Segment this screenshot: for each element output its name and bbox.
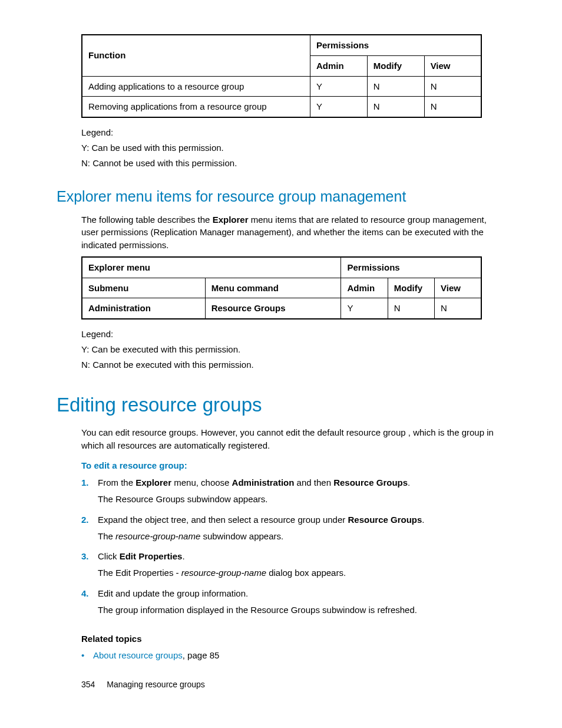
page: Function Permissions Admin Modify View A… xyxy=(0,0,562,728)
t2-admin-head: Admin xyxy=(347,283,375,293)
s1p0: From the xyxy=(98,477,135,487)
related-suffix: , page 85 xyxy=(183,650,220,660)
step-4: 4. Edit and update the group information… xyxy=(81,587,505,622)
s1p2: menu, choose xyxy=(171,477,232,487)
page-number: 354 xyxy=(81,680,95,689)
t2-view-head: View xyxy=(441,283,461,293)
t1-r1-v: N xyxy=(431,101,437,111)
related-link[interactable]: About resource groups xyxy=(93,650,183,660)
t2-legend-label: Legend: xyxy=(81,328,505,341)
t2-r-v: N xyxy=(441,303,447,313)
s2sb: resource-group-name xyxy=(115,531,200,541)
permissions-table-1: Function Permissions Admin Modify View A… xyxy=(81,34,482,118)
step-2-sub: The resource-group-name subwindow appear… xyxy=(98,530,505,543)
s1p4: and then xyxy=(294,477,333,487)
t2-sub-head: Submenu xyxy=(88,283,128,293)
t1-r1-m: N xyxy=(373,101,380,111)
t2-modify-head: Modify xyxy=(394,283,422,293)
step-4-num: 4. xyxy=(81,587,98,622)
t2-r-cmd: Resource Groups xyxy=(211,303,286,313)
section1-heading: Explorer menu items for resource group m… xyxy=(57,186,505,207)
section2-heading: Editing resource groups xyxy=(57,391,505,419)
section2-intro: You can edit resource groups. However, y… xyxy=(81,426,505,452)
t1-legend-label: Legend: xyxy=(81,126,505,139)
s1p5: Resource Groups xyxy=(333,477,408,487)
section1-para: The following table describes the Explor… xyxy=(81,213,505,252)
step-3-num: 3. xyxy=(81,550,98,585)
t1-modify-head: Modify xyxy=(373,61,402,71)
s3p2: . xyxy=(182,551,184,561)
related-topics-list: About resource groups, page 85 xyxy=(81,649,505,662)
t1-func-head: Function xyxy=(88,50,125,60)
t2-r-m: N xyxy=(394,303,401,313)
s1-pa: The following table describes the xyxy=(81,215,213,225)
step-1: 1. From the Explorer menu, choose Admini… xyxy=(81,476,505,512)
procedure-heading: To edit a resource group: xyxy=(81,459,505,472)
step-4-sub: The group information displayed in the R… xyxy=(98,604,505,617)
t1-legend-n: N: Cannot be used with this permission. xyxy=(81,157,505,170)
s2sa: The xyxy=(98,531,115,541)
t1-r0-fn: Adding applications to a resource group xyxy=(88,81,244,91)
s3sa: The Edit Properties - xyxy=(98,568,181,578)
t2-legend-n: N: Cannot be executed with this permissi… xyxy=(81,358,505,371)
t1-r0-a: Y xyxy=(316,81,322,91)
s2sc: subwindow appears. xyxy=(200,531,283,541)
table-row: Administration Resource Groups Y N N xyxy=(82,298,481,319)
t2-perm-head: Permissions xyxy=(347,262,399,272)
s3p1: Edit Properties xyxy=(120,551,183,561)
t1-admin-head: Admin xyxy=(316,61,344,71)
table-row: Removing applications from a resource gr… xyxy=(82,97,481,117)
s2p0: Expand the object tree, and then select … xyxy=(98,515,348,525)
table-row: Adding applications to a resource group … xyxy=(82,76,481,97)
related-topic-item: About resource groups, page 85 xyxy=(81,649,505,662)
s3sb: resource-group-name xyxy=(181,568,266,578)
step-2-num: 2. xyxy=(81,513,98,549)
t2-explorer-head: Explorer menu xyxy=(88,262,150,272)
s1p1: Explorer xyxy=(135,477,171,487)
t1-legend-y: Y: Can be used with this permission. xyxy=(81,141,505,154)
t1-r1-a: Y xyxy=(316,101,322,111)
related-topics-heading: Related topics xyxy=(81,633,505,645)
t1-view-head: View xyxy=(431,61,451,71)
step-3: 3. Click Edit Properties. The Edit Prope… xyxy=(81,550,505,585)
page-footer: 354 Managing resource groups xyxy=(81,678,205,690)
step-1-sub: The Resource Groups subwindow appears. xyxy=(98,493,505,506)
t1-r0-v: N xyxy=(431,81,437,91)
t1-r0-m: N xyxy=(373,81,380,91)
step-2: 2. Expand the object tree, and then sele… xyxy=(81,513,505,549)
s1p3: Administration xyxy=(232,477,295,487)
s3p0: Click xyxy=(98,551,120,561)
procedure-steps: 1. From the Explorer menu, choose Admini… xyxy=(81,476,505,622)
s4p: Edit and update the group information. xyxy=(98,588,248,598)
s1-pb: Explorer xyxy=(213,215,249,225)
t2-r-a: Y xyxy=(347,303,353,313)
s2p1: Resource Groups xyxy=(348,515,422,525)
t2-legend-y: Y: Can be executed with this permission. xyxy=(81,343,505,356)
permissions-table-2: Explorer menu Permissions Submenu Menu c… xyxy=(81,256,482,319)
t1-r1-fn: Removing applications from a resource gr… xyxy=(88,101,267,111)
t1-perm-head: Permissions xyxy=(316,40,369,50)
step-1-num: 1. xyxy=(81,476,98,512)
s2p2: . xyxy=(422,515,424,525)
t2-cmd-head: Menu command xyxy=(211,283,279,293)
footer-title: Managing resource groups xyxy=(107,680,205,689)
s3sc: dialog box appears. xyxy=(266,568,346,578)
t2-r-sub: Administration xyxy=(88,303,151,313)
step-3-sub: The Edit Properties - resource-group-nam… xyxy=(98,566,505,579)
s1p6: . xyxy=(408,477,410,487)
